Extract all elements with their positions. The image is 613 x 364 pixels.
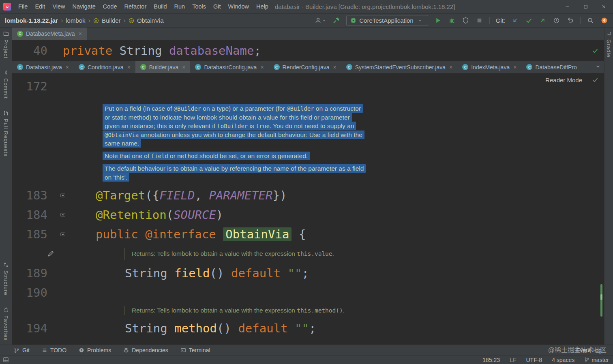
line-number[interactable]: 172 — [12, 77, 63, 96]
editor-tab[interactable]: CIndexMeta.java× — [457, 61, 521, 73]
menu-window[interactable]: Window — [225, 0, 253, 13]
menu-run[interactable]: Run — [171, 0, 189, 13]
reader-mode-toggle[interactable]: Reader Mode — [545, 77, 582, 84]
history-button[interactable] — [553, 17, 560, 24]
stop-button[interactable] — [476, 17, 483, 24]
breadcrumb-item[interactable]: lombok-1.18.22.jar — [5, 17, 58, 24]
tool-stripe-favorites[interactable]: Favorites — [3, 307, 9, 340]
line-content[interactable]: Returns: Tells lombok to obtain a value … — [63, 244, 604, 263]
tool-window-todo[interactable]: TODO — [42, 347, 66, 353]
menu-help[interactable]: Help — [253, 0, 272, 13]
fold-up-icon[interactable] — [60, 212, 66, 218]
tool-stripes-toggle-icon[interactable] — [3, 357, 9, 363]
line-number[interactable] — [12, 302, 63, 319]
close-tab-icon[interactable]: × — [66, 64, 69, 71]
breadcrumb-item[interactable]: ObtainVia — [137, 17, 164, 24]
tool-stripe-pull-requests[interactable]: Pull Requests — [3, 110, 9, 156]
close-tab-icon[interactable]: × — [79, 30, 82, 37]
close-tab-icon[interactable]: × — [449, 64, 452, 71]
close-button[interactable] — [595, 0, 613, 13]
editor-tab[interactable]: CBuilder.java× — [135, 61, 191, 73]
menu-code[interactable]: Code — [99, 0, 121, 13]
rollback-button[interactable] — [566, 17, 574, 24]
line-content[interactable]: String method() default ""; — [63, 319, 604, 338]
editor-tab[interactable]: CDatabaseDiffPro — [521, 61, 581, 73]
line-number[interactable]: 194 — [12, 319, 63, 338]
line-content[interactable]: Returns: Tells lombok to obtain a value … — [63, 302, 604, 319]
line-number-gutter[interactable]: 40 — [12, 44, 63, 58]
menu-git[interactable]: Git — [210, 0, 225, 13]
close-tab-icon[interactable]: × — [260, 64, 264, 71]
ide-updates-icon[interactable] — [600, 17, 608, 24]
line-content[interactable]: String field() default ""; — [63, 263, 604, 283]
line-number[interactable]: 185 — [12, 225, 63, 244]
menu-navigate[interactable]: Navigate — [69, 0, 99, 13]
run-button[interactable] — [434, 17, 442, 24]
coverage-button[interactable] — [462, 17, 469, 24]
editor-tab[interactable]: CRenderConfig.java× — [269, 61, 341, 73]
editor-tab[interactable]: CCondition.java× — [74, 61, 135, 73]
hidden-tabs-chevron-icon[interactable] — [595, 64, 601, 69]
editor-tab[interactable]: CDatabasir.java× — [12, 61, 74, 73]
inspections-ok-icon[interactable] — [592, 77, 598, 83]
caret-position[interactable]: 185:23 — [482, 357, 500, 363]
close-tab-icon[interactable]: × — [127, 64, 131, 71]
build-hammer-icon[interactable] — [332, 17, 340, 24]
line-content[interactable]: Put on a field (in case of @Builder on a… — [63, 104, 604, 148]
edit-pencil-icon[interactable] — [47, 250, 54, 257]
menu-tools[interactable]: Tools — [189, 0, 210, 13]
peek-editor-line[interactable]: 40 private String databaseName; — [12, 40, 604, 61]
code-editor[interactable]: 172Put on a field (in case of @Builder o… — [12, 73, 604, 345]
line-separator[interactable]: LF — [510, 357, 516, 363]
line-content[interactable]: private String databaseName; — [63, 44, 261, 58]
line-content[interactable] — [63, 283, 604, 302]
commit-button[interactable] — [525, 17, 533, 24]
breadcrumb-item[interactable]: Builder — [102, 17, 121, 24]
fold-down-icon[interactable] — [60, 231, 66, 238]
line-content[interactable] — [63, 77, 604, 96]
tool-window-git[interactable]: Git — [14, 347, 30, 353]
line-number[interactable]: 189 — [12, 263, 63, 283]
line-content[interactable]: @Target({FIELD, PARAMETER}) — [63, 186, 604, 205]
maximize-button[interactable] — [577, 0, 595, 13]
close-tab-icon[interactable]: × — [182, 64, 185, 71]
tool-stripe-project[interactable]: Project — [3, 31, 9, 58]
profile-icon[interactable] — [314, 17, 326, 24]
indent-size[interactable]: 4 spaces — [552, 357, 574, 363]
push-button[interactable] — [539, 17, 547, 24]
menu-refactor[interactable]: Refactor — [120, 0, 150, 13]
menu-file[interactable]: File — [15, 0, 31, 13]
close-tab-icon[interactable]: × — [513, 64, 517, 71]
line-number[interactable]: 183 — [12, 186, 63, 205]
editor-tab[interactable]: CDatabasirConfig.java× — [190, 61, 268, 73]
line-content[interactable]: public @interface ObtainVia { — [63, 225, 604, 244]
debug-button[interactable] — [448, 17, 456, 24]
line-number[interactable] — [12, 244, 63, 263]
update-project-button[interactable] — [511, 17, 519, 24]
line-content[interactable]: Note that one of field or method should … — [63, 152, 604, 161]
tool-window-terminal[interactable]: Terminal — [180, 347, 210, 353]
close-tab-icon[interactable]: × — [333, 64, 337, 71]
git-branch-widget[interactable]: master — [584, 357, 609, 363]
line-content[interactable]: @Retention(SOURCE) — [63, 205, 604, 225]
inspections-ok-icon[interactable] — [592, 47, 598, 54]
tool-stripe-gradle[interactable]: Gradle — [606, 31, 612, 58]
scrollbar-thumb[interactable] — [600, 284, 602, 317]
breadcrumb-item[interactable]: lombok — [66, 17, 85, 24]
line-content[interactable]: The default behaviour is to obtain a val… — [63, 164, 604, 182]
line-number[interactable] — [12, 164, 63, 182]
menu-view[interactable]: View — [49, 0, 69, 13]
line-number[interactable] — [12, 104, 63, 148]
tool-window-problems[interactable]: Problems — [79, 347, 111, 353]
line-number[interactable]: 184 — [12, 205, 63, 225]
event-log-button[interactable]: Event Log — [576, 347, 602, 353]
editor-tab-databasemeta[interactable]: C DatabaseMeta.java × — [12, 28, 87, 40]
line-number[interactable]: 190 — [12, 283, 63, 302]
minimize-button[interactable] — [558, 0, 577, 13]
file-encoding[interactable]: UTF-8 — [526, 357, 542, 363]
menu-edit[interactable]: Edit — [31, 0, 49, 13]
tool-stripe-structure[interactable]: Structure — [3, 262, 9, 295]
editor-tab[interactable]: CSystemStartedEventSubscriber.java× — [341, 61, 458, 73]
fold-down-icon[interactable] — [60, 192, 66, 199]
tool-window-dependencies[interactable]: Dependencies — [123, 347, 168, 353]
